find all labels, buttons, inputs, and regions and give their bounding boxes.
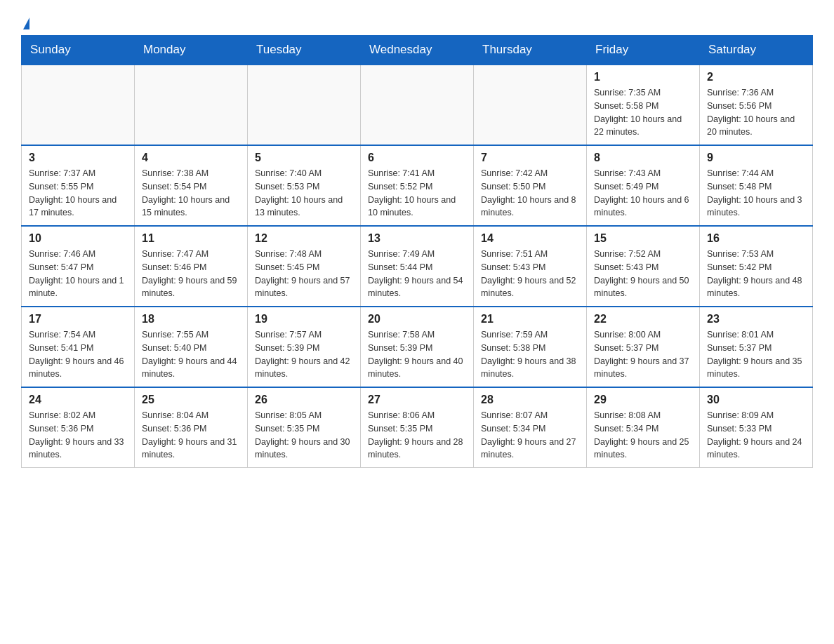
- calendar-week-row: 3Sunrise: 7:37 AMSunset: 5:55 PMDaylight…: [22, 145, 813, 226]
- day-number: 22: [594, 313, 692, 326]
- day-info: Sunrise: 8:01 AMSunset: 5:37 PMDaylight:…: [707, 328, 805, 381]
- day-info: Sunrise: 7:57 AMSunset: 5:39 PMDaylight:…: [255, 328, 353, 381]
- calendar-cell: 5Sunrise: 7:40 AMSunset: 5:53 PMDaylight…: [248, 145, 361, 226]
- day-info: Sunrise: 7:51 AMSunset: 5:43 PMDaylight:…: [481, 248, 579, 300]
- day-info: Sunrise: 7:48 AMSunset: 5:45 PMDaylight:…: [255, 248, 353, 300]
- calendar-cell: 14Sunrise: 7:51 AMSunset: 5:43 PMDayligh…: [474, 226, 587, 307]
- day-number: 16: [707, 232, 805, 245]
- day-info: Sunrise: 8:09 AMSunset: 5:33 PMDaylight:…: [707, 409, 805, 462]
- calendar-cell: 25Sunrise: 8:04 AMSunset: 5:36 PMDayligh…: [135, 387, 248, 468]
- day-info: Sunrise: 7:52 AMSunset: 5:43 PMDaylight:…: [594, 248, 692, 300]
- day-info: Sunrise: 7:41 AMSunset: 5:52 PMDaylight:…: [368, 167, 466, 220]
- day-header-tuesday: Tuesday: [248, 36, 361, 65]
- day-info: Sunrise: 7:54 AMSunset: 5:41 PMDaylight:…: [29, 328, 127, 381]
- day-number: 26: [255, 394, 353, 406]
- day-info: Sunrise: 7:49 AMSunset: 5:44 PMDaylight:…: [368, 248, 466, 300]
- calendar-cell: 21Sunrise: 7:59 AMSunset: 5:38 PMDayligh…: [474, 307, 587, 387]
- calendar-cell: 6Sunrise: 7:41 AMSunset: 5:52 PMDaylight…: [361, 145, 474, 226]
- calendar-cell: 11Sunrise: 7:47 AMSunset: 5:46 PMDayligh…: [135, 226, 248, 307]
- day-info: Sunrise: 7:37 AMSunset: 5:55 PMDaylight:…: [29, 167, 127, 220]
- day-info: Sunrise: 8:05 AMSunset: 5:35 PMDaylight:…: [255, 409, 353, 462]
- day-header-sunday: Sunday: [22, 36, 135, 65]
- logo: [21, 14, 42, 28]
- calendar-cell: 3Sunrise: 7:37 AMSunset: 5:55 PMDaylight…: [22, 145, 135, 226]
- calendar-cell: 18Sunrise: 7:55 AMSunset: 5:40 PMDayligh…: [135, 307, 248, 387]
- day-number: 8: [594, 152, 692, 164]
- day-info: Sunrise: 8:04 AMSunset: 5:36 PMDaylight:…: [142, 409, 240, 462]
- calendar-cell: 12Sunrise: 7:48 AMSunset: 5:45 PMDayligh…: [248, 226, 361, 307]
- calendar-cell: 20Sunrise: 7:58 AMSunset: 5:39 PMDayligh…: [361, 307, 474, 387]
- calendar-cell: [22, 65, 135, 145]
- calendar-header-row: SundayMondayTuesdayWednesdayThursdayFrid…: [22, 36, 813, 65]
- day-number: 24: [29, 394, 127, 406]
- day-number: 14: [481, 232, 579, 245]
- day-number: 18: [142, 313, 240, 326]
- day-number: 1: [594, 71, 692, 83]
- day-info: Sunrise: 7:53 AMSunset: 5:42 PMDaylight:…: [707, 248, 805, 300]
- calendar-cell: 2Sunrise: 7:36 AMSunset: 5:56 PMDaylight…: [700, 65, 813, 145]
- calendar-cell: 16Sunrise: 7:53 AMSunset: 5:42 PMDayligh…: [700, 226, 813, 307]
- calendar-cell: [248, 65, 361, 145]
- page-header: [21, 14, 813, 28]
- day-info: Sunrise: 8:08 AMSunset: 5:34 PMDaylight:…: [594, 409, 692, 462]
- calendar-cell: 7Sunrise: 7:42 AMSunset: 5:50 PMDaylight…: [474, 145, 587, 226]
- day-info: Sunrise: 7:40 AMSunset: 5:53 PMDaylight:…: [255, 167, 353, 220]
- calendar-cell: 13Sunrise: 7:49 AMSunset: 5:44 PMDayligh…: [361, 226, 474, 307]
- day-header-wednesday: Wednesday: [361, 36, 474, 65]
- calendar-week-row: 24Sunrise: 8:02 AMSunset: 5:36 PMDayligh…: [22, 387, 813, 468]
- day-number: 13: [368, 232, 466, 245]
- day-header-thursday: Thursday: [474, 36, 587, 65]
- day-number: 19: [255, 313, 353, 326]
- day-info: Sunrise: 7:35 AMSunset: 5:58 PMDaylight:…: [594, 86, 692, 139]
- day-number: 20: [368, 313, 466, 326]
- day-number: 6: [368, 152, 466, 164]
- day-number: 3: [29, 152, 127, 164]
- day-info: Sunrise: 7:42 AMSunset: 5:50 PMDaylight:…: [481, 167, 579, 220]
- calendar-cell: 22Sunrise: 8:00 AMSunset: 5:37 PMDayligh…: [587, 307, 700, 387]
- day-info: Sunrise: 8:02 AMSunset: 5:36 PMDaylight:…: [29, 409, 127, 462]
- day-number: 7: [481, 152, 579, 164]
- day-info: Sunrise: 7:36 AMSunset: 5:56 PMDaylight:…: [707, 86, 805, 139]
- day-number: 29: [594, 394, 692, 406]
- calendar-table: SundayMondayTuesdayWednesdayThursdayFrid…: [21, 35, 813, 468]
- calendar-cell: [361, 65, 474, 145]
- calendar-cell: 28Sunrise: 8:07 AMSunset: 5:34 PMDayligh…: [474, 387, 587, 468]
- calendar-cell: [474, 65, 587, 145]
- calendar-cell: 9Sunrise: 7:44 AMSunset: 5:48 PMDaylight…: [700, 145, 813, 226]
- day-number: 12: [255, 232, 353, 245]
- calendar-week-row: 17Sunrise: 7:54 AMSunset: 5:41 PMDayligh…: [22, 307, 813, 387]
- day-number: 23: [707, 313, 805, 326]
- day-info: Sunrise: 8:07 AMSunset: 5:34 PMDaylight:…: [481, 409, 579, 462]
- logo-triangle-icon: [23, 18, 29, 29]
- calendar-week-row: 10Sunrise: 7:46 AMSunset: 5:47 PMDayligh…: [22, 226, 813, 307]
- day-info: Sunrise: 8:06 AMSunset: 5:35 PMDaylight:…: [368, 409, 466, 462]
- day-number: 9: [707, 152, 805, 164]
- day-number: 2: [707, 71, 805, 83]
- day-number: 15: [594, 232, 692, 245]
- day-info: Sunrise: 7:55 AMSunset: 5:40 PMDaylight:…: [142, 328, 240, 381]
- day-number: 27: [368, 394, 466, 406]
- day-info: Sunrise: 7:59 AMSunset: 5:38 PMDaylight:…: [481, 328, 579, 381]
- day-number: 4: [142, 152, 240, 164]
- day-number: 17: [29, 313, 127, 326]
- day-number: 21: [481, 313, 579, 326]
- calendar-cell: 15Sunrise: 7:52 AMSunset: 5:43 PMDayligh…: [587, 226, 700, 307]
- calendar-cell: 26Sunrise: 8:05 AMSunset: 5:35 PMDayligh…: [248, 387, 361, 468]
- calendar-cell: 4Sunrise: 7:38 AMSunset: 5:54 PMDaylight…: [135, 145, 248, 226]
- calendar-cell: 8Sunrise: 7:43 AMSunset: 5:49 PMDaylight…: [587, 145, 700, 226]
- calendar-cell: 17Sunrise: 7:54 AMSunset: 5:41 PMDayligh…: [22, 307, 135, 387]
- day-number: 11: [142, 232, 240, 245]
- day-number: 25: [142, 394, 240, 406]
- day-info: Sunrise: 8:00 AMSunset: 5:37 PMDaylight:…: [594, 328, 692, 381]
- calendar-cell: 1Sunrise: 7:35 AMSunset: 5:58 PMDaylight…: [587, 65, 700, 145]
- calendar-week-row: 1Sunrise: 7:35 AMSunset: 5:58 PMDaylight…: [22, 65, 813, 145]
- day-info: Sunrise: 7:43 AMSunset: 5:49 PMDaylight:…: [594, 167, 692, 220]
- day-number: 5: [255, 152, 353, 164]
- calendar-cell: 24Sunrise: 8:02 AMSunset: 5:36 PMDayligh…: [22, 387, 135, 468]
- day-info: Sunrise: 7:46 AMSunset: 5:47 PMDaylight:…: [29, 248, 127, 300]
- day-header-monday: Monday: [135, 36, 248, 65]
- day-header-saturday: Saturday: [700, 36, 813, 65]
- calendar-cell: 29Sunrise: 8:08 AMSunset: 5:34 PMDayligh…: [587, 387, 700, 468]
- calendar-cell: 10Sunrise: 7:46 AMSunset: 5:47 PMDayligh…: [22, 226, 135, 307]
- calendar-cell: 19Sunrise: 7:57 AMSunset: 5:39 PMDayligh…: [248, 307, 361, 387]
